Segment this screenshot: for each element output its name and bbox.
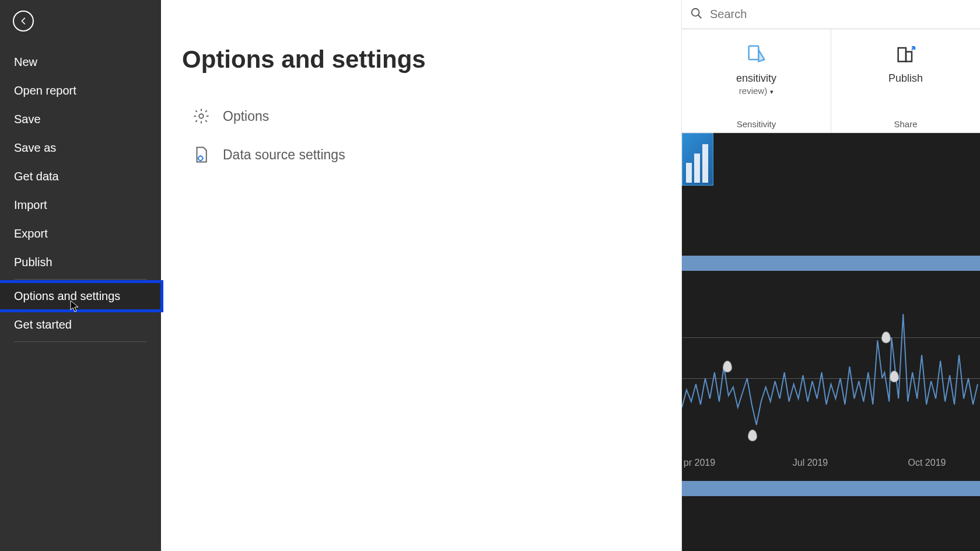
arrow-left-icon: [18, 16, 29, 26]
page-title: Options and settings: [182, 46, 660, 74]
chart-marker[interactable]: [748, 430, 757, 441]
sidebar-item-export[interactable]: Export: [0, 219, 161, 248]
svg-point-0: [199, 114, 204, 118]
sidebar-item-label: Get data: [14, 170, 59, 183]
ribbon-group-sensitivity[interactable]: ensitivity review) ▾ Sensitivity: [682, 29, 831, 132]
sidebar-item-save[interactable]: Save: [0, 105, 161, 134]
gear-icon: [192, 107, 210, 125]
sidebar-separator: [14, 279, 147, 280]
svg-rect-7: [686, 163, 692, 183]
search-bar[interactable]: [682, 0, 980, 29]
options-button[interactable]: Options: [182, 97, 660, 135]
sidebar-item-options-and-settings[interactable]: Options and settings: [0, 282, 161, 311]
ribbon-group-label: Sensitivity: [737, 119, 776, 129]
sidebar-item-publish[interactable]: Publish: [0, 248, 161, 277]
search-icon: [690, 7, 703, 22]
data-source-settings-label: Data source settings: [223, 147, 345, 163]
background-app-strip: ensitivity review) ▾ Sensitivity Publish…: [681, 0, 980, 551]
line-chart: pr 2019 Jul 2019 Oct 2019: [682, 285, 980, 460]
back-button[interactable]: [13, 11, 34, 32]
sidebar-item-label: Publish: [14, 256, 52, 268]
sidebar-item-label: Options and settings: [14, 290, 120, 302]
svg-rect-6: [906, 52, 912, 62]
ribbon: ensitivity review) ▾ Sensitivity Publish…: [682, 29, 980, 133]
report-canvas: pr 2019 Jul 2019 Oct 2019: [682, 133, 980, 551]
chart-marker[interactable]: [723, 361, 732, 372]
svg-rect-5: [898, 48, 905, 61]
sidebar-item-new[interactable]: New: [0, 48, 161, 76]
sidebar-item-label: Save: [14, 113, 41, 125]
sidebar-item-label: Get started: [14, 318, 72, 331]
ribbon-group-share[interactable]: Publish Share: [831, 29, 980, 132]
svg-point-2: [692, 8, 699, 16]
sidebar-item-get-started[interactable]: Get started: [0, 311, 161, 339]
options-label: Options: [223, 109, 269, 124]
sidebar-item-label: Import: [14, 198, 47, 211]
report-visual-tile: [682, 133, 713, 186]
content-panel: Options and settings Options Data source…: [161, 0, 681, 551]
sensitivity-icon: [745, 37, 768, 70]
svg-rect-8: [694, 154, 700, 183]
file-menu-sidebar: New Open report Save Save as Get data Im…: [0, 0, 161, 551]
publish-label: Publish: [888, 72, 923, 85]
sidebar-item-get-data[interactable]: Get data: [0, 162, 161, 191]
sidebar-separator: [14, 341, 147, 342]
data-source-settings-button[interactable]: Data source settings: [182, 135, 660, 174]
svg-line-3: [698, 15, 702, 18]
svg-point-1: [198, 156, 203, 161]
svg-rect-4: [748, 46, 758, 60]
sidebar-item-label: Export: [14, 227, 48, 240]
chart-marker[interactable]: [881, 332, 891, 343]
sidebar-item-label: New: [14, 55, 37, 68]
ribbon-group-label: Share: [894, 119, 917, 129]
sidebar-item-import[interactable]: Import: [0, 191, 161, 219]
sensitivity-label: ensitivity review) ▾: [736, 72, 776, 96]
band-visual: [682, 256, 980, 271]
sidebar-item-label: Open report: [14, 84, 76, 97]
sidebar-item-label: Save as: [14, 141, 56, 154]
chart-marker[interactable]: [890, 371, 899, 382]
search-input[interactable]: [710, 8, 972, 21]
publish-icon: [894, 37, 918, 70]
sidebar-item-open-report[interactable]: Open report: [0, 76, 161, 105]
data-source-icon: [192, 146, 210, 163]
svg-rect-9: [702, 144, 708, 183]
sidebar-item-save-as[interactable]: Save as: [0, 134, 161, 162]
band-visual: [682, 481, 980, 496]
